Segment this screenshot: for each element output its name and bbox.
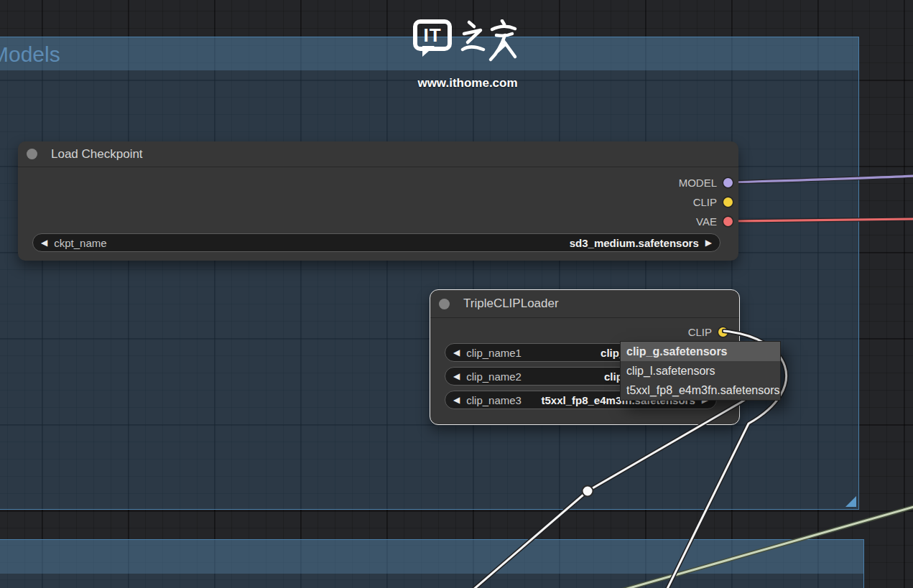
output-row-clip: CLIP [688, 322, 739, 342]
node-title: Load Checkpoint [51, 147, 143, 162]
output-row-model: MODEL [679, 173, 738, 192]
node-collapse-dot[interactable] [439, 299, 450, 309]
decrement-arrow-icon[interactable]: ◀ [453, 348, 460, 357]
vae-output-port[interactable] [723, 217, 733, 226]
output-row-clip: CLIP [679, 192, 738, 212]
group-title: Models [0, 37, 60, 71]
port-label: VAE [696, 215, 717, 228]
widget-label: clip_name3 [466, 394, 522, 406]
decrement-arrow-icon[interactable]: ◀ [41, 238, 47, 247]
node-load-checkpoint[interactable]: Load Checkpoint MODEL CLIP VAE ◀ ckpt_na… [18, 141, 738, 261]
node-editor-canvas[interactable]: Models Load Checkpoint MODEL CLIP [0, 0, 913, 588]
model-output-port[interactable] [723, 178, 733, 187]
dropdown-item[interactable]: clip_g.safetensors [621, 342, 780, 361]
widget-label: clip_name2 [466, 370, 522, 383]
widget-label: clip_name1 [466, 347, 522, 359]
port-label: CLIP [688, 326, 712, 338]
group-resize-handle[interactable] [845, 496, 856, 507]
group-models[interactable]: Models [0, 37, 859, 510]
node-title-bar[interactable]: TripleCLIPLoader [430, 290, 739, 318]
clip-output-port[interactable] [723, 197, 733, 207]
decrement-arrow-icon[interactable]: ◀ [453, 372, 460, 381]
ckpt-name-widget[interactable]: ◀ ckpt_name sd3_medium.safetensors ▶ [32, 233, 720, 252]
clip-output-port[interactable] [718, 327, 728, 337]
widget-value: sd3_medium.safetensors [570, 237, 699, 249]
combo-dropdown: clip_g.safetensors clip_l.safetensors t5… [620, 341, 781, 401]
output-row-vae: VAE [679, 212, 738, 231]
ithome-logo-cn-strokes [460, 19, 518, 64]
ithome-logo-tail [422, 46, 435, 57]
ithome-logo-text: IT [423, 24, 441, 47]
node-collapse-dot[interactable] [27, 149, 37, 159]
widget-label: ckpt_name [54, 237, 106, 249]
decrement-arrow-icon[interactable]: ◀ [453, 396, 460, 404]
ithome-url: www.ithome.com [413, 76, 522, 90]
port-label: CLIP [693, 196, 717, 208]
group-bottom-header[interactable] [0, 540, 863, 574]
node-title-bar[interactable]: Load Checkpoint [18, 141, 738, 167]
group-bottom-body [0, 574, 863, 588]
ithome-logo-bubble: IT [413, 19, 452, 51]
port-label: MODEL [679, 177, 717, 189]
increment-arrow-icon[interactable]: ▶ [705, 238, 712, 247]
group-bottom[interactable] [0, 539, 864, 588]
node-title: TripleCLIPLoader [463, 297, 559, 311]
ithome-logo-cn: 之家 [460, 19, 518, 67]
dropdown-item[interactable]: clip_l.safetensors [621, 361, 780, 381]
ithome-watermark: IT 之家 [413, 19, 522, 90]
dropdown-item[interactable]: t5xxl_fp8_e4m3fn.safetensors [621, 381, 780, 400]
